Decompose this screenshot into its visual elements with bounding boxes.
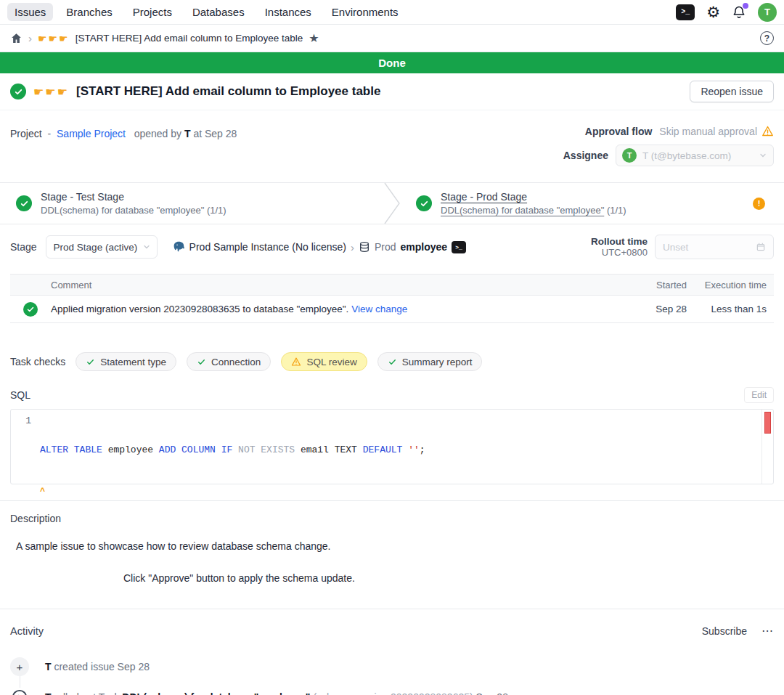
activity-version: (schema version 20230928083635) — [313, 691, 473, 695]
activity-item-created: + T created issue Sep 28 — [10, 657, 774, 677]
stage-toolbar: Stage Prod Stage (active) Prod Sample In… — [0, 224, 784, 267]
stage-prod[interactable]: Stage - Prod Stage DDL(schema) for datab… — [400, 183, 784, 224]
database-name[interactable]: employee — [401, 241, 448, 253]
sql-label: SQL — [10, 389, 30, 401]
assignee-avatar: T — [622, 148, 637, 163]
sql-editor[interactable]: 1 ALTER TABLE employee ADD COLUMN IF NOT… — [10, 409, 774, 484]
assignee-line: Assignee T T (t@bytebase.com) — [563, 145, 774, 166]
sql-edit-button[interactable]: Edit — [744, 387, 774, 403]
project-link[interactable]: Sample Project — [57, 128, 126, 139]
nav-item-projects[interactable]: Projects — [126, 3, 179, 21]
reopen-issue-button[interactable]: Reopen issue — [690, 81, 774, 102]
opened-at: at Sep 28 — [193, 128, 237, 139]
rollout-time-input[interactable]: Unset — [655, 235, 774, 259]
nav-item-databases[interactable]: Databases — [185, 3, 252, 21]
top-nav: Issues Branches Projects Databases Insta… — [0, 0, 784, 25]
task-row[interactable]: Applied migration version 20230928083635… — [10, 296, 774, 323]
settings-gear-icon[interactable]: ⚙ — [706, 4, 720, 20]
header-execution-time: Execution time — [694, 280, 774, 290]
task-success-check-icon — [23, 302, 38, 317]
pointer-emojis: ☛☛☛ — [33, 85, 69, 99]
project-line: Project - Sample Project opened by T at … — [10, 125, 237, 166]
assignee-select[interactable]: T T (t@bytebase.com) — [616, 145, 774, 166]
check-pill-sql-review[interactable]: SQL review — [281, 352, 367, 371]
created-plus-icon: + — [10, 657, 29, 676]
database-icon — [359, 241, 370, 253]
breadcrumb-separator: › — [351, 241, 354, 253]
issue-done-check-icon — [10, 84, 26, 99]
stage-prod-check-icon — [416, 195, 432, 211]
assignee-value: T (t@bytebase.com) — [642, 150, 753, 161]
task-comment: Applied migration version 20230928083635… — [51, 304, 348, 314]
more-options-icon[interactable]: ⋯ — [761, 624, 774, 638]
home-icon[interactable] — [10, 32, 23, 44]
stage-test[interactable]: Stage - Test Stage DDL(schema) for datab… — [0, 183, 384, 224]
activity-actor: T — [45, 661, 52, 672]
rollout-timezone: UTC+0800 — [591, 247, 648, 258]
activity-actor: T — [45, 691, 52, 695]
approval-flow-label: Approval flow — [585, 126, 653, 137]
activity-task: DDL(schema) for database "employee" — [122, 691, 310, 695]
stage-test-subtitle: DDL(schema) for database "employee" (1/1… — [41, 205, 226, 216]
stage-prod-count: (1/1) — [607, 205, 626, 216]
description-line: Click "Approve" button to apply the sche… — [123, 572, 774, 584]
open-sql-editor-icon[interactable]: >_ — [452, 241, 466, 253]
header-started: Started — [643, 280, 694, 290]
calendar-icon — [756, 242, 766, 252]
pill-label: Connection — [211, 357, 261, 367]
task-started: Sep 28 — [643, 304, 694, 314]
sql-code[interactable]: ALTER TABLE employee ADD COLUMN IF NOT E… — [40, 410, 761, 484]
issue-meta: Project - Sample Project opened by T at … — [0, 110, 784, 178]
check-pill-connection[interactable]: Connection — [187, 352, 271, 371]
nav-item-branches[interactable]: Branches — [59, 3, 119, 21]
ruler-error-marker — [764, 412, 771, 434]
subscribe-button[interactable]: Subscribe — [702, 625, 747, 637]
pill-label: SQL review — [306, 357, 356, 367]
user-avatar[interactable]: T — [758, 3, 777, 22]
opened-by-actor: T — [184, 128, 191, 139]
task-table-header: Comment Started Execution time — [10, 274, 774, 296]
breadcrumb: › ☛☛☛ [START HERE] Add email column to E… — [0, 25, 784, 52]
approval-flow-value: Skip manual approval — [659, 126, 757, 137]
status-banner: Done — [0, 52, 784, 73]
check-pill-summary-report[interactable]: Summary report — [377, 352, 483, 371]
project-dash: - — [47, 128, 51, 139]
breadcrumb-issue-title: [START HERE] Add email column to Employe… — [75, 33, 303, 44]
activity-label: Activity — [10, 625, 44, 637]
nav-item-environments[interactable]: Environments — [324, 3, 406, 21]
view-change-link[interactable]: View change — [351, 304, 407, 314]
task-execution-time: Less than 1s — [694, 304, 774, 314]
header-comment: Comment — [51, 280, 643, 290]
instance-name[interactable]: Prod Sample Instance (No license) — [189, 241, 346, 253]
stage-alert-icon[interactable]: ! — [753, 198, 765, 210]
help-icon[interactable]: ? — [760, 31, 774, 45]
notification-bell-icon[interactable] — [732, 5, 746, 20]
activity-section: Activity Subscribe ⋯ + T created issue S… — [0, 609, 784, 695]
check-pill-statement-type[interactable]: Statement type — [75, 352, 176, 371]
database-env: Prod — [375, 241, 396, 253]
warning-triangle-icon — [761, 125, 774, 137]
pill-label: Summary report — [402, 357, 473, 367]
activity-text: created issue Sep 28 — [54, 661, 150, 672]
description-line: A sample issue to showcase how to review… — [16, 540, 774, 552]
stage-prod-subtitle[interactable]: DDL(schema) for database "employee" — [441, 205, 604, 216]
warning-caret-icon: ^ — [40, 487, 45, 497]
nav-item-issues[interactable]: Issues — [7, 3, 53, 21]
opened-by-prefix: opened by — [134, 128, 181, 139]
stage-select[interactable]: Prod Stage (active) — [46, 235, 158, 259]
line-number: 1 — [11, 410, 40, 484]
sql-warning-marker: ^ — [40, 484, 761, 499]
sql-editor-terminal-icon[interactable]: >_ — [676, 4, 695, 20]
nav-item-instances[interactable]: Instances — [258, 3, 319, 21]
postgres-icon — [172, 240, 185, 253]
editor-overview-ruler[interactable] — [761, 410, 773, 484]
approval-flow-line: Approval flow Skip manual approval — [585, 125, 774, 137]
notification-dot — [743, 3, 748, 9]
chevron-down-icon — [142, 243, 151, 251]
favorite-star-icon[interactable]: ★ — [309, 31, 319, 45]
stage-prod-title[interactable]: Stage - Prod Stage — [441, 191, 626, 203]
stage-separator — [384, 183, 400, 224]
rollout-play-icon — [10, 688, 29, 695]
pill-label: Statement type — [100, 357, 166, 367]
stage-test-title: Stage - Test Stage — [41, 191, 226, 203]
